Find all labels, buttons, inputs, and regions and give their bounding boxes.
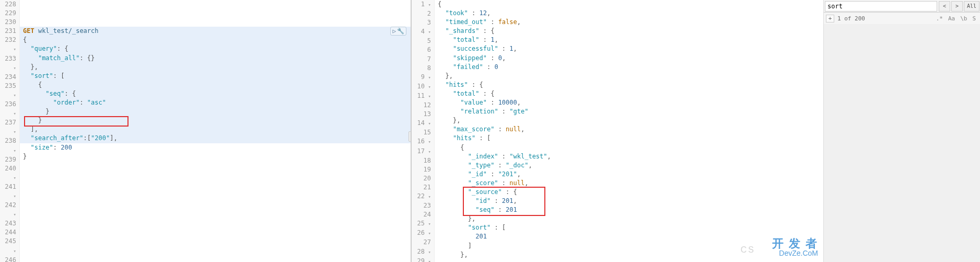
line-number: 230 xyxy=(0,18,16,27)
code-line[interactable]: "seq": { xyxy=(20,89,411,98)
code-line[interactable]: "failed" : 0 xyxy=(435,63,823,72)
code-line[interactable] xyxy=(20,197,411,206)
line-number: 3 xyxy=(412,18,431,27)
code-line[interactable]: }, xyxy=(20,63,411,72)
code-line[interactable]: "search_after":["200"], xyxy=(20,134,411,143)
line-number: 24 xyxy=(412,210,431,219)
line-number: 21 xyxy=(412,183,431,192)
code-line[interactable]: "successful" : 1, xyxy=(435,44,823,53)
line-number: 7 xyxy=(412,55,431,64)
code-line[interactable] xyxy=(20,206,411,214)
code-line[interactable] xyxy=(20,161,411,170)
code-line[interactable] xyxy=(20,223,411,232)
line-number: 9▾ xyxy=(412,73,431,82)
code-line[interactable]: { xyxy=(20,81,411,89)
search-status-bar: + 1 of 200 .* Aa \b S xyxy=(824,13,980,24)
line-number: 241▾ xyxy=(0,183,16,201)
line-number: 228 xyxy=(0,0,16,9)
code-line[interactable]: "_index" : "wkl_test", xyxy=(435,152,823,161)
line-number: 1▾ xyxy=(412,0,431,9)
request-editor-pane[interactable]: 228229230231232▾233▾234235▾236▾237▾238▾2… xyxy=(0,0,412,262)
search-result-count: 1 of 200 xyxy=(837,15,865,22)
code-line[interactable]: }, xyxy=(435,116,823,125)
search-opt-selection[interactable]: S xyxy=(970,15,978,22)
code-line[interactable]: GET wkl_test/_search xyxy=(20,27,411,36)
code-line[interactable] xyxy=(20,0,411,9)
code-line[interactable]: "seq" : 201 xyxy=(435,206,823,214)
line-number: 12 xyxy=(412,101,431,110)
code-line[interactable] xyxy=(20,214,411,223)
code-line[interactable] xyxy=(20,242,411,250)
line-number: 15 xyxy=(412,128,431,137)
code-line[interactable]: "_id" : "201", xyxy=(435,170,823,179)
code-line[interactable]: "hits" : [ xyxy=(435,134,823,143)
code-line[interactable]: "relation" : "gte" xyxy=(435,107,823,116)
line-number: 16▾ xyxy=(412,137,431,146)
line-number: 236▾ xyxy=(0,100,16,118)
code-line[interactable] xyxy=(20,250,411,259)
code-line[interactable]: }, xyxy=(435,250,823,259)
code-line[interactable]: "total" : { xyxy=(435,89,823,98)
line-number: 6 xyxy=(412,45,431,54)
line-number: 5 xyxy=(412,37,431,45)
request-code[interactable]: GET wkl_test/_search{ "query": { "match_… xyxy=(20,0,411,259)
wrench-icon[interactable]: 🔧 xyxy=(397,28,404,35)
code-line[interactable]: "query": { xyxy=(20,44,411,53)
search-opt-case[interactable]: Aa xyxy=(946,15,957,22)
code-line[interactable]: "timed_out" : false, xyxy=(435,18,823,27)
code-line[interactable]: "order": "asc" xyxy=(20,98,411,107)
code-line[interactable]: "match_all": {} xyxy=(20,54,411,63)
search-input[interactable] xyxy=(825,1,937,12)
code-line[interactable] xyxy=(20,170,411,179)
code-line[interactable]: }, xyxy=(435,72,823,81)
search-bar: < > All xyxy=(824,0,980,13)
code-line[interactable] xyxy=(20,18,411,27)
search-all-button[interactable]: All xyxy=(964,1,979,12)
line-number: 234 xyxy=(0,73,16,82)
line-number: 14▾ xyxy=(412,119,431,128)
line-number: 238▾ xyxy=(0,136,16,155)
code-line[interactable]: "total" : 1, xyxy=(435,36,823,44)
search-add-button[interactable]: + xyxy=(826,15,834,22)
response-viewer-pane[interactable]: 1▾234▾56789▾10▾11▾121314▾1516▾17▾1819202… xyxy=(412,0,823,262)
line-number: 22▾ xyxy=(412,192,431,201)
run-icon[interactable]: ▷ xyxy=(392,28,396,35)
code-line[interactable] xyxy=(20,9,411,18)
code-line[interactable]: { xyxy=(435,143,823,152)
code-line[interactable] xyxy=(20,179,411,188)
code-line[interactable]: "_score" : null, xyxy=(435,179,823,188)
code-line[interactable]: { xyxy=(20,36,411,44)
code-line[interactable]: "id" : 201, xyxy=(435,197,823,206)
code-line[interactable]: "took" : 12, xyxy=(435,9,823,18)
code-line[interactable]: "sort" : [ xyxy=(435,223,823,232)
code-line[interactable]: }, xyxy=(435,214,823,223)
code-line[interactable]: } xyxy=(20,116,411,125)
code-line[interactable]: "sort": [ xyxy=(20,72,411,81)
code-line[interactable]: "skipped" : 0, xyxy=(435,54,823,63)
code-line[interactable]: 201 xyxy=(435,232,823,241)
line-number: 232▾ xyxy=(0,36,16,54)
code-line[interactable]: { xyxy=(435,0,823,9)
line-number: 237▾ xyxy=(0,118,16,136)
code-line[interactable]: "hits" : { xyxy=(435,81,823,89)
code-line[interactable] xyxy=(20,188,411,197)
search-prev-button[interactable]: < xyxy=(939,1,950,12)
code-line[interactable]: } xyxy=(20,152,411,161)
code-line[interactable]: } xyxy=(20,107,411,116)
code-line[interactable] xyxy=(20,232,411,241)
code-line[interactable]: "size": 200 xyxy=(20,143,411,152)
response-code[interactable]: { "took" : 12, "timed_out" : false, "_sh… xyxy=(435,0,823,259)
code-line[interactable]: "value" : 10000, xyxy=(435,98,823,107)
code-line[interactable]: ], xyxy=(20,125,411,134)
search-next-button[interactable]: > xyxy=(951,1,963,12)
code-line[interactable]: "max_score" : null, xyxy=(435,125,823,134)
code-line[interactable]: ] xyxy=(435,242,823,250)
code-line[interactable]: "_shards" : { xyxy=(435,27,823,36)
code-line[interactable]: "_type" : "_doc", xyxy=(435,161,823,170)
line-number: 4▾ xyxy=(412,27,431,37)
line-number: 246 xyxy=(0,256,16,262)
line-number: 245▾ xyxy=(0,237,16,255)
search-opt-regex[interactable]: .* xyxy=(934,15,945,22)
code-line[interactable]: "_source" : { xyxy=(435,188,823,197)
search-opt-word[interactable]: \b xyxy=(958,15,969,22)
